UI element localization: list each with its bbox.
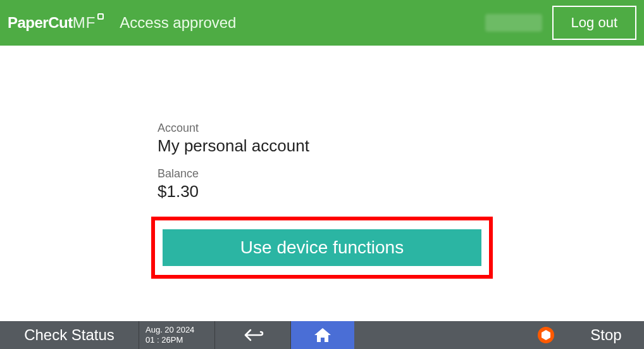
home-button[interactable] <box>291 321 354 349</box>
stop-icon-button[interactable] <box>524 321 568 349</box>
home-icon <box>313 327 332 343</box>
bottom-bar: Check Status Aug. 20 2024 01 : 26PM Stop <box>0 321 644 349</box>
datetime-display: Aug. 20 2024 01 : 26PM <box>139 321 215 349</box>
stop-button[interactable]: Stop <box>568 321 644 349</box>
logo-mark-icon <box>97 13 104 20</box>
balance-value: $1.30 <box>158 182 486 201</box>
svg-rect-1 <box>99 15 102 18</box>
account-info-block: Account My personal account Balance $1.3… <box>158 122 486 213</box>
back-arrow-icon <box>242 328 264 342</box>
time-text: 01 : 26PM <box>146 335 214 345</box>
balance-label: Balance <box>158 167 486 181</box>
access-status: Access approved <box>120 14 485 32</box>
papercut-logo: PaperCut MF <box>8 14 104 32</box>
top-bar: PaperCut MF Access approved Log out <box>0 0 644 46</box>
stop-circle-icon <box>537 326 555 344</box>
logout-button[interactable]: Log out <box>552 6 636 40</box>
back-button[interactable] <box>215 321 291 349</box>
logo-text-strong: PaperCut <box>8 14 73 32</box>
use-device-functions-button[interactable]: Use device functions <box>163 229 481 266</box>
logo-text-light: MF <box>73 14 96 32</box>
account-label: Account <box>158 122 486 135</box>
footer-spacer <box>354 321 524 349</box>
check-status-button[interactable]: Check Status <box>0 321 139 349</box>
account-value: My personal account <box>158 136 486 156</box>
date-text: Aug. 20 2024 <box>146 325 214 335</box>
main-content: Account My personal account Balance $1.3… <box>0 46 644 321</box>
highlight-frame: Use device functions <box>151 217 493 279</box>
user-name-redacted <box>485 14 542 32</box>
